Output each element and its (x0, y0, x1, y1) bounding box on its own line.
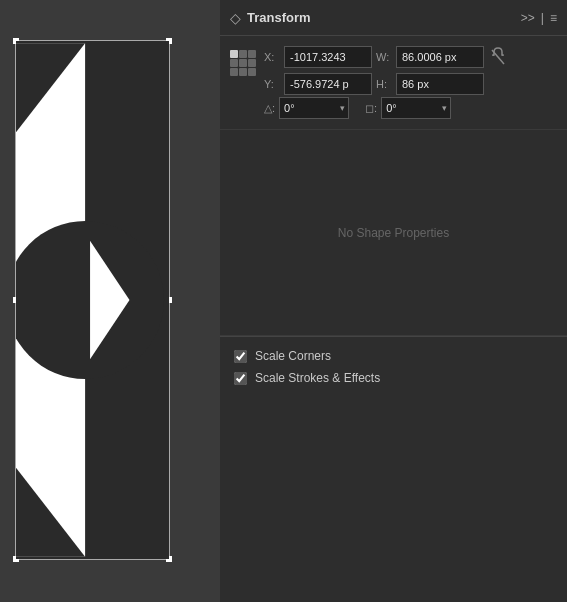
grid-cell-7[interactable] (239, 68, 247, 76)
shear-select-wrapper: 0° (381, 97, 451, 119)
lock-icon-container (488, 47, 508, 67)
checkboxes-area: Scale Corners Scale Strokes & Effects (220, 336, 567, 397)
grid-cell-2[interactable] (248, 50, 256, 58)
scale-strokes-row: Scale Strokes & Effects (234, 371, 553, 385)
scale-corners-checkbox[interactable] (234, 350, 247, 363)
angle-select[interactable]: 0° 90° 180° 270° (279, 97, 349, 119)
panel-header: ◇ Transform >> | ≡ (220, 0, 567, 36)
shear-label: ◻: (365, 102, 377, 115)
header-divider: | (541, 11, 544, 25)
shape-graphic (16, 41, 169, 559)
grid-cell-4[interactable] (239, 59, 247, 67)
x-label: X: (264, 51, 280, 63)
angle-label: △: (264, 102, 275, 115)
lock-icon[interactable] (490, 47, 506, 67)
scale-corners-row: Scale Corners (234, 349, 553, 363)
no-shape-area: No Shape Properties (220, 129, 567, 336)
shape-svg (16, 41, 169, 559)
no-shape-text: No Shape Properties (338, 226, 449, 240)
angle-shear-row: △: 0° 90° 180° 270° ◻: 0° (230, 97, 557, 119)
w-input[interactable] (396, 46, 484, 68)
shear-select[interactable]: 0° (381, 97, 451, 119)
grid-cell-6[interactable] (230, 68, 238, 76)
panel-title: Transform (247, 10, 521, 25)
menu-icon[interactable]: ≡ (550, 11, 557, 25)
transform-icon: ◇ (230, 10, 241, 26)
grid-cell-1[interactable] (239, 50, 247, 58)
reference-point-grid[interactable] (230, 50, 258, 78)
grid-cell-5[interactable] (248, 59, 256, 67)
panel-header-actions: >> | ≡ (521, 11, 557, 25)
transform-panel: ◇ Transform >> | ≡ (220, 0, 567, 602)
y-input[interactable] (284, 73, 372, 95)
grid-cell-0[interactable] (230, 50, 238, 58)
scale-strokes-checkbox[interactable] (234, 372, 247, 385)
x-input[interactable] (284, 46, 372, 68)
x-w-row: X: W: (264, 46, 557, 68)
y-h-row: Y: H: (264, 73, 557, 95)
h-label: H: (376, 78, 392, 90)
position-size-fields: X: W: Y: (264, 46, 557, 95)
transform-section: X: W: Y: (220, 36, 567, 129)
scale-strokes-label: Scale Strokes & Effects (255, 371, 380, 385)
scale-corners-label: Scale Corners (255, 349, 331, 363)
canvas-area (0, 0, 220, 602)
forward-icon[interactable]: >> (521, 11, 535, 25)
grid-cell-8[interactable] (248, 68, 256, 76)
shear-field: ◻: 0° (365, 97, 451, 119)
transform-grid-row: X: W: Y: (230, 46, 557, 95)
angle-select-wrapper: 0° 90° 180° 270° (279, 97, 349, 119)
angle-field: △: 0° 90° 180° 270° (264, 97, 349, 119)
h-input[interactable] (396, 73, 484, 95)
y-label: Y: (264, 78, 280, 90)
grid-cell-3[interactable] (230, 59, 238, 67)
shape-container (15, 40, 170, 560)
bottom-space (220, 397, 567, 602)
w-label: W: (376, 51, 392, 63)
